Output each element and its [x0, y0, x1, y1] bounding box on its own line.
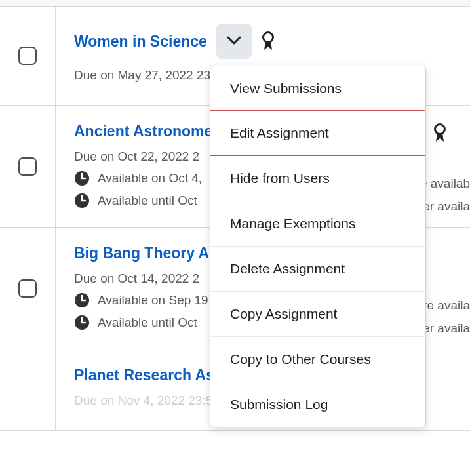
row-checkbox[interactable]	[18, 47, 37, 65]
assignment-title-link[interactable]: Ancient Astronome	[74, 123, 212, 140]
row-actions-menu: View Submissions Edit Assignment Hide fr…	[210, 66, 426, 427]
menu-item-manage-exemptions[interactable]: Manage Exemptions	[210, 201, 425, 246]
menu-item-copy-assignment[interactable]: Copy Assignment	[210, 291, 425, 336]
availability-note: er availa	[423, 321, 470, 336]
menu-item-view-submissions[interactable]: View Submissions	[210, 66, 425, 111]
checkbox-cell	[0, 106, 56, 227]
menu-item-edit-assignment[interactable]: Edit Assignment	[210, 110, 426, 156]
chevron-down-icon	[227, 36, 241, 47]
assignment-title-link[interactable]: Planet Research As	[74, 367, 214, 384]
row-checkbox[interactable]	[18, 279, 37, 298]
row-checkbox[interactable]	[18, 157, 37, 176]
checkbox-cell	[0, 228, 56, 349]
availability-note: re availa	[423, 298, 470, 313]
award-icon	[261, 31, 275, 51]
svg-point-0	[263, 33, 273, 43]
assignment-title-link[interactable]: Women in Science	[74, 33, 207, 50]
assignment-title-link[interactable]: Big Bang Theory As	[74, 245, 218, 262]
award-icon	[433, 123, 447, 143]
svg-point-5	[435, 125, 445, 134]
availability-text: Available on Oct 4,	[98, 171, 202, 186]
menu-item-submission-log[interactable]: Submission Log	[210, 382, 425, 427]
checkbox-cell	[0, 349, 56, 430]
row-actions-button[interactable]	[216, 24, 252, 59]
clock-icon	[74, 193, 90, 208]
checkbox-cell	[0, 7, 56, 105]
availability-text: Available until Oct	[98, 193, 197, 208]
availability-note: er availa	[423, 199, 470, 214]
availability-text: Available on Sep 19	[98, 293, 208, 307]
menu-item-hide-from-users[interactable]: Hide from Users	[210, 155, 425, 201]
menu-item-copy-to-other-courses[interactable]: Copy to Other Courses	[210, 336, 425, 382]
availability-note: e availab	[420, 176, 470, 191]
clock-icon	[74, 292, 90, 308]
clock-icon	[74, 315, 90, 330]
clock-icon	[74, 170, 90, 186]
availability-text: Available until Oct	[98, 315, 197, 330]
menu-item-delete-assignment[interactable]: Delete Assignment	[210, 246, 425, 291]
